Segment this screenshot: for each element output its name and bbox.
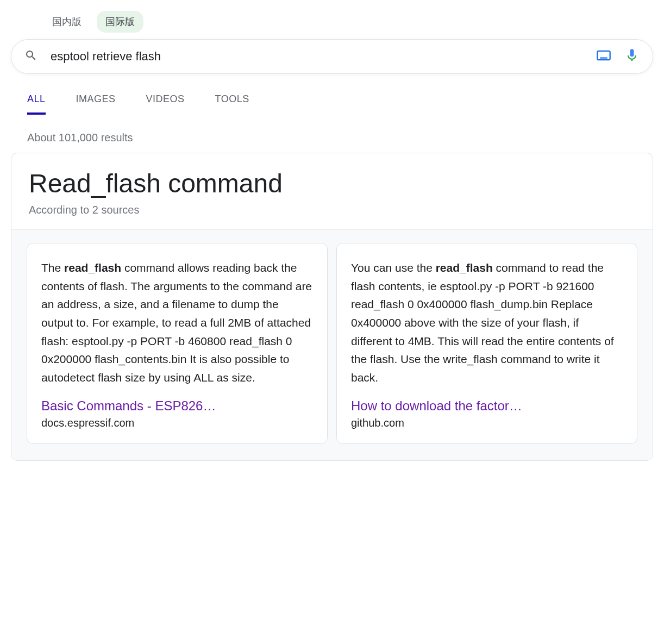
tab-images[interactable]: IMAGES (76, 93, 116, 115)
card-domain: docs.espressif.com (41, 417, 313, 429)
card-link[interactable]: Basic Commands - ESP826… (41, 398, 313, 414)
search-icon (24, 49, 37, 64)
tab-domestic[interactable]: 国内版 (43, 11, 90, 33)
answer-cards: The read_flash command allows reading ba… (11, 230, 653, 460)
card-text: The read_flash command allows reading ba… (41, 259, 313, 386)
search-bar (11, 39, 653, 74)
search-input[interactable] (51, 49, 596, 64)
keyboard-icon[interactable] (596, 48, 611, 65)
card-text: You can use the read_flash command to re… (351, 259, 623, 386)
answer-title: Read_flash command (29, 168, 635, 198)
answer-subtitle: According to 2 sources (29, 204, 635, 216)
answer-card: You can use the read_flash command to re… (336, 243, 637, 444)
tab-tools[interactable]: TOOLS (215, 93, 249, 115)
card-domain: github.com (351, 417, 623, 429)
microphone-icon[interactable] (624, 48, 640, 65)
answer-box: Read_flash command According to 2 source… (11, 153, 653, 461)
version-tabs: 国内版 国际版 (43, 11, 653, 33)
tab-all[interactable]: ALL (27, 93, 46, 115)
result-count: About 101,000 results (27, 132, 653, 144)
tab-videos[interactable]: VIDEOS (146, 93, 185, 115)
card-link[interactable]: How to download the factor… (351, 398, 623, 414)
answer-card: The read_flash command allows reading ba… (27, 243, 328, 444)
tab-international[interactable]: 国际版 (97, 11, 143, 33)
nav-tabs: ALL IMAGES VIDEOS TOOLS (27, 93, 653, 115)
